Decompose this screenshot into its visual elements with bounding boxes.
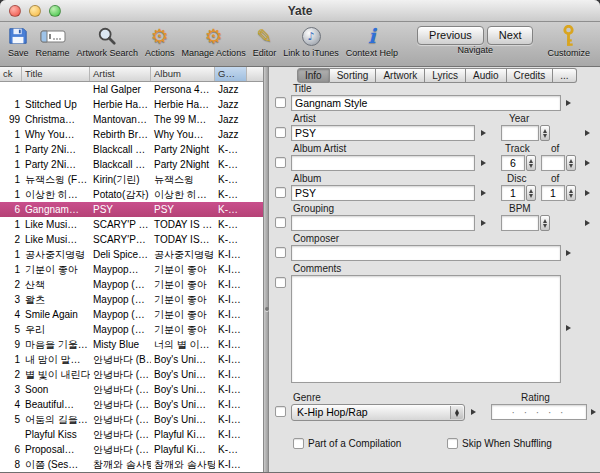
year-field[interactable] [501, 125, 539, 141]
minimize-button[interactable] [29, 5, 41, 17]
comments-enable-checkbox[interactable] [275, 277, 286, 288]
tab-audio[interactable]: Audio [466, 68, 507, 83]
composer-enable-checkbox[interactable] [275, 247, 286, 258]
toolbar-save[interactable]: Save [8, 24, 29, 58]
comments-action-arrow-icon[interactable] [566, 325, 571, 331]
genre-enable-checkbox[interactable] [275, 406, 286, 417]
tab-lyrics[interactable]: Lyrics [425, 68, 466, 83]
disc-of-field[interactable] [541, 185, 565, 201]
album-artist-enable-checkbox[interactable] [275, 157, 286, 168]
comments-field[interactable] [291, 275, 561, 383]
compilation-checkbox[interactable] [293, 438, 304, 449]
column-header-title[interactable]: Title [22, 67, 90, 81]
table-row[interactable]: 1 Stitched Up Herbie Ha… Herbie Ha… Jazz [0, 97, 263, 112]
track-action-arrow-icon[interactable] [585, 160, 590, 166]
bpm-stepper[interactable] [540, 215, 550, 231]
toolbar-artwork-search[interactable]: Artwork Search [77, 24, 139, 58]
grouping-field[interactable] [291, 215, 475, 231]
table-row[interactable]: 1 Like Musi… SCARY'P … TODAY IS … K-… [0, 217, 263, 232]
tab-sorting[interactable]: Sorting [330, 68, 377, 83]
skip-shuffling-checkbox[interactable] [447, 438, 458, 449]
table-row[interactable]: 99 Christma… Mantovan… The 99 M… Jazz [0, 112, 263, 127]
track-of-field[interactable] [541, 155, 565, 171]
column-header-genre[interactable]: G… [215, 67, 247, 81]
artist-field[interactable] [291, 125, 475, 141]
table-row[interactable]: 1 Why You… Rebirth Br… Why You… Jazz [0, 127, 263, 142]
table-row[interactable]: Hal Galper Persona 4… Jazz [0, 82, 263, 97]
toolbar-manage-actions[interactable]: ⚙ Manage Actions [182, 24, 246, 58]
toolbar-editor[interactable]: ✎ Editor [253, 24, 277, 58]
table-row[interactable]: 4 Beautiful… 안녕바다 (… Boy's Uni… K-I… [0, 397, 263, 412]
table-row[interactable]: Playful Kiss 안녕바다 (… Playful Ki… K-I… [0, 427, 263, 442]
year-stepper[interactable] [540, 125, 550, 141]
title-enable-checkbox[interactable] [275, 97, 286, 108]
titlebar[interactable]: Yate [0, 0, 600, 22]
bpm-field[interactable] [501, 215, 539, 231]
genre-action-arrow-icon[interactable] [471, 409, 476, 415]
tab-artwork[interactable]: Artwork [376, 68, 425, 83]
disc-action-arrow-icon[interactable] [585, 190, 590, 196]
table-row[interactable]: 2 별 빛이 내린다 안녕바다 (… Boy's Uni… K-I… [0, 367, 263, 382]
title-action-arrow-icon[interactable] [566, 100, 571, 106]
bpm-action-arrow-icon[interactable] [585, 220, 590, 226]
artist-action-arrow-icon[interactable] [481, 130, 486, 136]
genre-popup[interactable]: K-Hip Hop/Rap [291, 404, 465, 421]
table-row[interactable]: 8 이쯤 (Ses… 참깨와 솜사탕 참깨와 솜사탕 K-I… [0, 457, 263, 472]
next-button[interactable]: Next [487, 26, 534, 45]
cell-genre: K-I… [215, 337, 247, 352]
table-row[interactable]: 6 Proposal… 안녕바다 (… Playful Ki… K-… [0, 442, 263, 457]
track-number-field[interactable] [501, 155, 525, 171]
album-enable-checkbox[interactable] [275, 187, 286, 198]
column-header-artist[interactable]: Artist [90, 67, 151, 81]
table-row[interactable]: 2 산책 Maypop (… 기분이 좋아 K-I… [0, 277, 263, 292]
toolbar-rename[interactable]: Rename [36, 24, 70, 58]
table-row[interactable]: 1 Party 2Ni… Blackcall … Party 2Night K-… [0, 157, 263, 172]
album-action-arrow-icon[interactable] [481, 190, 486, 196]
previous-button[interactable]: Previous [417, 26, 484, 45]
track-stepper[interactable] [526, 155, 536, 171]
rating-action-arrow-icon[interactable] [591, 409, 596, 415]
artist-enable-checkbox[interactable] [275, 127, 286, 138]
tab-credits[interactable]: Credits [507, 68, 554, 83]
table-row[interactable]: 1 기분이 좋아 Maypop… 기분이 좋아 K-I… [0, 262, 263, 277]
table-row[interactable]: 1 이상한 히… Potato(감자) 이상한 히… K-… [0, 187, 263, 202]
grouping-enable-checkbox[interactable] [275, 217, 286, 228]
disc-stepper[interactable] [526, 185, 536, 201]
album-field[interactable] [291, 185, 475, 201]
tab-info[interactable]: Info [297, 68, 330, 83]
track-of-stepper[interactable] [566, 155, 576, 171]
year-action-arrow-icon[interactable] [585, 130, 590, 136]
toolbar-actions[interactable]: ⚙ Actions [145, 24, 175, 58]
table-row[interactable]: 1 공사중지명령 Deli Spice… 공사중지명령 K-I… [0, 247, 263, 262]
table-row[interactable]: 9 마음을 기울… Misty Blue 너의 별 이… K-I… [0, 337, 263, 352]
table-row[interactable]: 4 Smile Again Maypop (… 기분이 좋아 K-I… [0, 307, 263, 322]
disc-of-stepper[interactable] [566, 185, 576, 201]
album-artist-field[interactable] [291, 155, 475, 171]
table-row[interactable]: 5 어둠의 길을… 안녕바다 (… Boy's Uni… K-I… [0, 412, 263, 427]
table-row[interactable]: 3 Soon 안녕바다 (… Boy's Uni… K-I… [0, 382, 263, 397]
zoom-button[interactable] [49, 5, 61, 17]
table-row[interactable]: 6 Gangnam… PSY PSY K-… [0, 202, 263, 217]
table-row[interactable]: 1 내 맘이 말… 안녕바다 (B… Boy's Uni… K-I… [0, 352, 263, 367]
tab-more[interactable]: ... [553, 68, 576, 83]
cell-genre: K-… [215, 142, 247, 157]
disc-number-field[interactable] [501, 185, 525, 201]
close-button[interactable] [9, 5, 21, 17]
table-row[interactable]: 5 우리 Maypop (… 기분이 좋아 K-I… [0, 322, 263, 337]
title-field[interactable] [291, 95, 561, 111]
rating-control[interactable]: · · · · · [491, 404, 587, 420]
table-row[interactable]: 3 왈츠 Maypop (… 기분이 좋아 K-I… [0, 292, 263, 307]
toolbar-context-help[interactable]: i Context Help [346, 24, 398, 58]
composer-field[interactable] [291, 245, 561, 261]
composer-action-arrow-icon[interactable] [566, 250, 571, 256]
column-header-track[interactable]: ck [0, 67, 22, 81]
title-label: Title [293, 83, 312, 94]
toolbar-customize[interactable]: Customize [547, 24, 590, 58]
column-header-album[interactable]: Album [151, 67, 215, 81]
grouping-action-arrow-icon[interactable] [481, 220, 486, 226]
album-artist-action-arrow-icon[interactable] [481, 160, 486, 166]
toolbar-link-itunes[interactable]: ♪ Link to iTunes [283, 24, 339, 58]
table-row[interactable]: 1 뉴잭스윙 (F… Kirin(기린) 뉴잭스윙 K-… [0, 172, 263, 187]
table-row[interactable]: 1 Party 2Ni… Blackcall … Party 2Night K-… [0, 142, 263, 157]
table-row[interactable]: 2 Like Musi… SCARY'P… TODAY IS… K-… [0, 232, 263, 247]
